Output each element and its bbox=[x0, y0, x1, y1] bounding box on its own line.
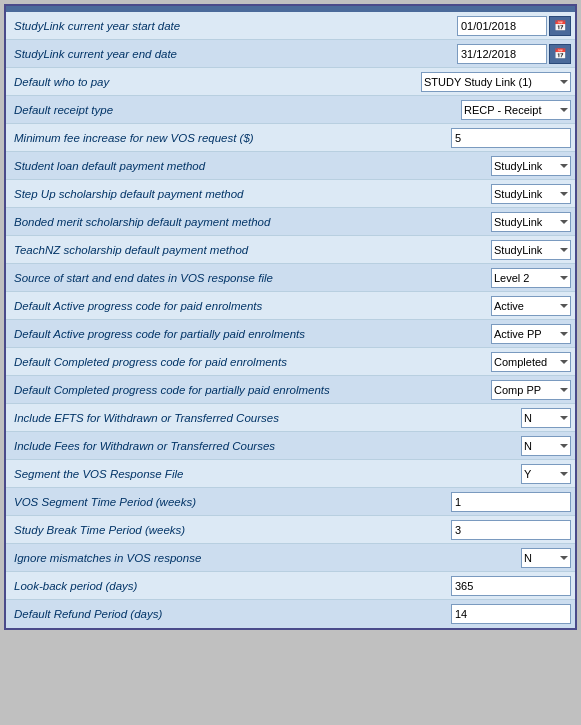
table-row: StudyLink current year start date📅 bbox=[6, 12, 575, 40]
text-input[interactable] bbox=[451, 128, 571, 148]
field-label: StudyLink current year start date bbox=[6, 16, 415, 36]
field-label: Default Refund Period (days) bbox=[6, 604, 415, 624]
table-row: Look-back period (days) bbox=[6, 572, 575, 600]
select-input[interactable]: N bbox=[521, 436, 571, 456]
text-input[interactable] bbox=[451, 520, 571, 540]
field-label: Segment the VOS Response File bbox=[6, 464, 415, 484]
field-label: Default who to pay bbox=[6, 72, 415, 92]
field-label: Default Completed progress code for part… bbox=[6, 380, 415, 400]
select-input[interactable]: Level 2 bbox=[491, 268, 571, 288]
field-label: Include Fees for Withdrawn or Transferre… bbox=[6, 436, 415, 456]
text-input[interactable] bbox=[451, 604, 571, 624]
select-input[interactable]: STUDY Study Link (1) bbox=[421, 72, 571, 92]
table-row: Study Break Time Period (weeks) bbox=[6, 516, 575, 544]
date-input[interactable] bbox=[457, 44, 547, 64]
field-label: Ignore mismatches in VOS response bbox=[6, 548, 415, 568]
field-label: Default Completed progress code for paid… bbox=[6, 352, 415, 372]
table-row: StudyLink current year end date📅 bbox=[6, 40, 575, 68]
table-row: Bonded merit scholarship default payment… bbox=[6, 208, 575, 236]
studylink-panel: StudyLink current year start date📅StudyL… bbox=[4, 4, 577, 630]
select-input[interactable]: N bbox=[521, 408, 571, 428]
field-label: Default receipt type bbox=[6, 100, 415, 120]
calendar-icon[interactable]: 📅 bbox=[549, 16, 571, 36]
table-row: Ignore mismatches in VOS responseN bbox=[6, 544, 575, 572]
table-row: Default receipt typeRECP - Receipt bbox=[6, 96, 575, 124]
table-row: Step Up scholarship default payment meth… bbox=[6, 180, 575, 208]
field-label: TeachNZ scholarship default payment meth… bbox=[6, 240, 415, 260]
table-row: Default Completed progress code for part… bbox=[6, 376, 575, 404]
date-input[interactable] bbox=[457, 16, 547, 36]
table-row: Segment the VOS Response FileY bbox=[6, 460, 575, 488]
field-label: Bonded merit scholarship default payment… bbox=[6, 212, 415, 232]
field-label: VOS Segment Time Period (weeks) bbox=[6, 492, 415, 512]
field-label: Study Break Time Period (weeks) bbox=[6, 520, 415, 540]
calendar-icon[interactable]: 📅 bbox=[549, 44, 571, 64]
select-input[interactable]: Y bbox=[521, 464, 571, 484]
field-label: StudyLink current year end date bbox=[6, 44, 415, 64]
table-row: Default Active progress code for partial… bbox=[6, 320, 575, 348]
table-row: Default Active progress code for paid en… bbox=[6, 292, 575, 320]
field-label: Include EFTS for Withdrawn or Transferre… bbox=[6, 408, 415, 428]
field-label: Default Active progress code for paid en… bbox=[6, 296, 415, 316]
field-label: Source of start and end dates in VOS res… bbox=[6, 268, 415, 288]
table-row: Include EFTS for Withdrawn or Transferre… bbox=[6, 404, 575, 432]
text-input[interactable] bbox=[451, 492, 571, 512]
table-row: Default Completed progress code for paid… bbox=[6, 348, 575, 376]
select-input[interactable]: StudyLink bbox=[491, 240, 571, 260]
table-row: Student loan default payment methodStudy… bbox=[6, 152, 575, 180]
table-row: Source of start and end dates in VOS res… bbox=[6, 264, 575, 292]
field-label: Look-back period (days) bbox=[6, 576, 415, 596]
select-input[interactable]: Comp PP bbox=[491, 380, 571, 400]
table-row: Include Fees for Withdrawn or Transferre… bbox=[6, 432, 575, 460]
table-row: Default Refund Period (days) bbox=[6, 600, 575, 628]
select-input[interactable]: StudyLink bbox=[491, 212, 571, 232]
table-row: Minimum fee increase for new VOS request… bbox=[6, 124, 575, 152]
select-input[interactable]: N bbox=[521, 548, 571, 568]
table-row: TeachNZ scholarship default payment meth… bbox=[6, 236, 575, 264]
field-label: Default Active progress code for partial… bbox=[6, 324, 415, 344]
select-input[interactable]: Active bbox=[491, 296, 571, 316]
table-row: Default who to paySTUDY Study Link (1) bbox=[6, 68, 575, 96]
select-input[interactable]: StudyLink bbox=[491, 156, 571, 176]
select-input[interactable]: RECP - Receipt bbox=[461, 100, 571, 120]
field-label: Step Up scholarship default payment meth… bbox=[6, 184, 415, 204]
field-label: Minimum fee increase for new VOS request… bbox=[6, 128, 415, 148]
field-label: Student loan default payment method bbox=[6, 156, 415, 176]
text-input[interactable] bbox=[451, 576, 571, 596]
select-input[interactable]: Active PP bbox=[491, 324, 571, 344]
table-row: VOS Segment Time Period (weeks) bbox=[6, 488, 575, 516]
select-input[interactable]: StudyLink bbox=[491, 184, 571, 204]
select-input[interactable]: Completed bbox=[491, 352, 571, 372]
